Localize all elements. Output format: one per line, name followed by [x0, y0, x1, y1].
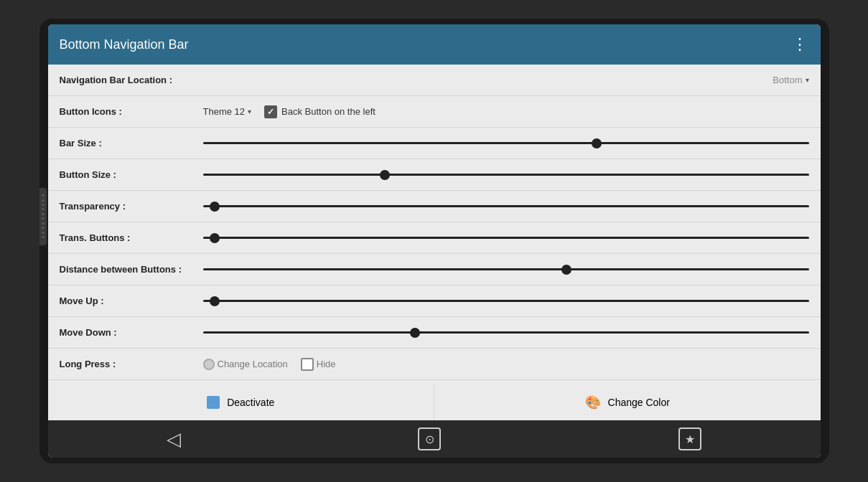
distance-label: Distance between Buttons :	[60, 264, 203, 275]
nav-location-value[interactable]: Bottom ▾	[773, 75, 808, 85]
move-up-slider[interactable]	[203, 300, 809, 302]
bottom-nav: ◁ ⊙ ★	[48, 420, 821, 458]
button-size-content	[203, 174, 809, 176]
move-down-row: Move Down :	[48, 317, 821, 349]
long-press-options: Change Location Hide	[203, 358, 809, 371]
move-up-thumb[interactable]	[210, 296, 220, 306]
transparency-row: Transparency :	[48, 191, 821, 222]
bar-size-label: Bar Size :	[60, 138, 203, 148]
distance-content	[203, 268, 809, 270]
back-button-checkbox-box[interactable]	[264, 105, 277, 118]
theme-dropdown[interactable]: Theme 12 ▾	[203, 106, 252, 117]
nav-location-arrow: ▾	[806, 76, 809, 84]
theme-arrow: ▾	[248, 108, 251, 115]
long-press-label: Long Press :	[60, 359, 203, 369]
bar-size-thumb[interactable]	[592, 138, 602, 148]
button-size-thumb[interactable]	[380, 170, 390, 180]
star-nav-icon: ★	[678, 427, 701, 450]
bar-size-slider[interactable]	[203, 142, 809, 144]
app-title: Bottom Navigation Bar	[60, 37, 189, 52]
deactivate-button[interactable]: Deactivate	[48, 384, 435, 420]
star-nav-button[interactable]: ★	[664, 422, 716, 456]
action-buttons-row: Deactivate 🎨 Change Color	[48, 384, 821, 420]
distance-slider[interactable]	[203, 268, 809, 270]
back-nav-icon: ◁	[167, 428, 181, 450]
left-bumper	[39, 188, 47, 245]
nav-bar-location-row: Navigation Bar Location : Bottom ▾	[48, 65, 821, 96]
move-down-label: Move Down :	[60, 327, 203, 338]
palette-icon: 🎨	[585, 394, 601, 410]
button-size-slider[interactable]	[203, 174, 809, 176]
bar-size-row: Bar Size :	[48, 128, 821, 159]
back-button-checkbox[interactable]: Back Button on the left	[264, 105, 375, 118]
distance-thumb[interactable]	[561, 265, 571, 275]
move-up-label: Move Up :	[60, 296, 203, 306]
button-icons-content: Theme 12 ▾ Back Button on the left	[203, 105, 809, 118]
hide-checkbox[interactable]	[301, 358, 314, 371]
deactivate-icon	[207, 396, 220, 409]
distance-row: Distance between Buttons :	[48, 254, 821, 285]
hide-option[interactable]: Hide	[301, 358, 336, 371]
button-icons-label: Button Icons :	[60, 106, 203, 117]
trans-buttons-thumb[interactable]	[210, 233, 220, 243]
screen: Bottom Navigation Bar ⋮ Navigation Bar L…	[48, 24, 821, 458]
app-header: Bottom Navigation Bar ⋮	[48, 24, 821, 65]
menu-icon[interactable]: ⋮	[792, 35, 809, 54]
change-color-button[interactable]: 🎨 Change Color	[434, 384, 821, 420]
back-nav-button[interactable]: ◁	[152, 422, 195, 456]
deactivate-label: Deactivate	[227, 397, 274, 408]
theme-value: Theme 12	[203, 106, 246, 117]
change-location-radio[interactable]	[203, 359, 215, 370]
trans-buttons-content	[203, 237, 809, 239]
nav-bar-location-content: Bottom ▾	[203, 75, 809, 85]
button-size-label: Button Size :	[60, 169, 203, 180]
hide-label: Hide	[317, 359, 336, 369]
home-nav-button[interactable]: ⊙	[403, 422, 455, 456]
trans-buttons-slider[interactable]	[203, 237, 809, 239]
change-color-label: Change Color	[608, 397, 670, 408]
nav-bar-location-label: Navigation Bar Location :	[60, 75, 203, 85]
trans-buttons-row: Trans. Buttons :	[48, 222, 821, 254]
long-press-row: Long Press : Change Location Hide	[48, 349, 821, 380]
move-up-row: Move Up :	[48, 285, 821, 317]
change-location-option[interactable]: Change Location	[203, 359, 288, 370]
transparency-label: Transparency :	[60, 201, 203, 212]
move-down-content	[203, 331, 809, 334]
move-up-content	[203, 300, 809, 302]
transparency-slider[interactable]	[203, 205, 809, 207]
transparency-content	[203, 205, 809, 207]
transparency-thumb[interactable]	[210, 202, 220, 212]
move-down-thumb[interactable]	[410, 328, 420, 338]
bar-size-content	[203, 142, 809, 144]
change-location-label: Change Location	[218, 359, 288, 369]
device-frame: Bottom Navigation Bar ⋮ Navigation Bar L…	[39, 19, 829, 463]
button-icons-row: Button Icons : Theme 12 ▾ Back Button on…	[48, 96, 821, 128]
button-size-row: Button Size :	[48, 159, 821, 191]
settings-content: Navigation Bar Location : Bottom ▾ Butto…	[48, 65, 821, 420]
back-button-label: Back Button on the left	[281, 106, 375, 117]
move-down-slider[interactable]	[203, 331, 809, 334]
nav-location-text: Bottom	[773, 75, 802, 85]
home-nav-icon: ⊙	[418, 427, 441, 450]
trans-buttons-label: Trans. Buttons :	[60, 232, 203, 243]
